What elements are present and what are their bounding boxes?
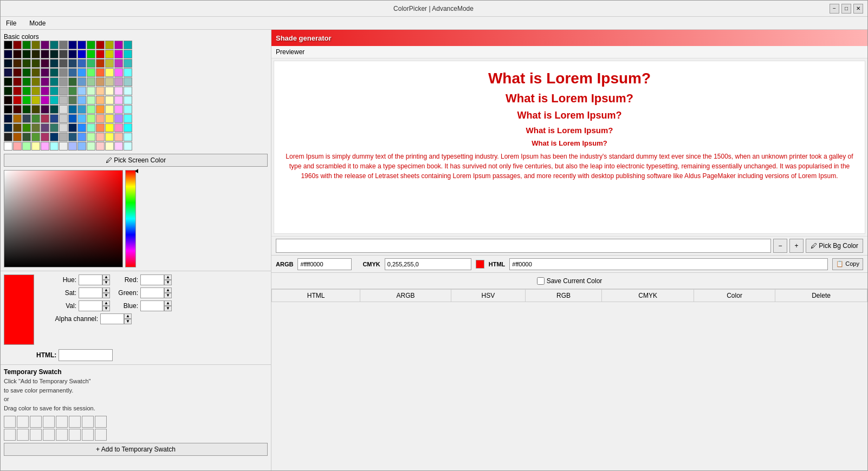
color-swatch-50[interactable]	[77, 68, 86, 77]
color-swatch-18[interactable]	[41, 50, 49, 58]
color-swatch-113[interactable]	[13, 114, 22, 123]
red-up[interactable]: ▲	[164, 274, 172, 280]
swatch-cell-11[interactable]	[30, 429, 42, 441]
color-swatch-162[interactable]	[77, 142, 86, 151]
color-swatch-165[interactable]	[105, 142, 114, 151]
color-swatch-160[interactable]	[59, 142, 68, 151]
blue-input[interactable]: 0	[140, 300, 164, 311]
color-swatch-24[interactable]	[96, 50, 105, 58]
color-swatch-118[interactable]	[59, 114, 68, 123]
swatch-cell-14[interactable]	[69, 429, 81, 441]
color-swatch-40[interactable]	[114, 59, 123, 68]
color-swatch-105[interactable]	[68, 105, 77, 114]
color-swatch-45[interactable]	[31, 68, 40, 77]
color-swatch-16[interactable]	[22, 50, 31, 58]
color-swatch-60[interactable]	[41, 77, 49, 86]
color-swatch-12[interactable]	[114, 41, 123, 49]
color-swatch-107[interactable]	[87, 105, 95, 114]
green-input[interactable]: 0	[140, 287, 164, 298]
alpha-input[interactable]: 255	[100, 313, 124, 324]
red-down[interactable]: ▼	[164, 280, 172, 285]
color-swatch-22[interactable]	[77, 50, 86, 58]
color-swatch-73[interactable]	[31, 87, 40, 95]
color-swatch-48[interactable]	[59, 68, 68, 77]
color-swatch-54[interactable]	[114, 68, 123, 77]
save-color-label[interactable]: Save Current Color	[537, 277, 603, 285]
color-swatch-64[interactable]	[77, 77, 86, 86]
color-swatch-115[interactable]	[31, 114, 40, 123]
color-swatch-164[interactable]	[96, 142, 105, 151]
color-swatch-97[interactable]	[124, 96, 132, 104]
color-swatch-159[interactable]	[50, 142, 59, 151]
bg-color-input[interactable]: #ffffff	[276, 239, 771, 253]
color-swatch-33[interactable]	[50, 59, 59, 68]
blue-spinbox[interactable]: 0 ▲ ▼	[140, 300, 172, 311]
color-swatch-92[interactable]	[77, 96, 86, 104]
maximize-button[interactable]: □	[841, 4, 851, 14]
color-swatch-75[interactable]	[50, 87, 59, 95]
color-swatch-27[interactable]	[124, 50, 132, 58]
minimize-button[interactable]: −	[830, 4, 839, 14]
menu-mode[interactable]: Mode	[26, 18, 49, 28]
color-swatch-144[interactable]	[41, 133, 49, 141]
color-swatch-154[interactable]	[4, 142, 12, 151]
color-swatch-140[interactable]	[4, 133, 12, 141]
swatch-cell-3[interactable]	[30, 416, 42, 428]
color-swatch-124[interactable]	[114, 114, 123, 123]
blue-down[interactable]: ▼	[164, 306, 172, 311]
color-swatch-150[interactable]	[96, 133, 105, 141]
plus-button[interactable]: +	[789, 239, 804, 253]
color-swatch-101[interactable]	[31, 105, 40, 114]
color-swatch-17[interactable]	[31, 50, 40, 58]
color-swatch-85[interactable]	[13, 96, 22, 104]
color-swatch-138[interactable]	[114, 123, 123, 132]
pick-screen-button[interactable]: 🖊 Pick Screen Color	[4, 154, 268, 167]
html-input[interactable]: #ff0000	[59, 349, 113, 361]
swatch-cell-8[interactable]	[95, 416, 107, 428]
color-swatch-68[interactable]	[114, 77, 123, 86]
color-swatch-59[interactable]	[31, 77, 40, 86]
color-swatch-25[interactable]	[105, 50, 114, 58]
color-swatch-0[interactable]	[4, 41, 12, 49]
color-swatch-31[interactable]	[31, 59, 40, 68]
color-swatch-70[interactable]	[4, 87, 12, 95]
color-swatch-111[interactable]	[124, 105, 132, 114]
color-swatch-139[interactable]	[124, 123, 132, 132]
color-swatch-87[interactable]	[31, 96, 40, 104]
green-up[interactable]: ▲	[164, 287, 172, 293]
color-swatch-49[interactable]	[68, 68, 77, 77]
color-swatch-149[interactable]	[87, 133, 95, 141]
color-swatch-126[interactable]	[4, 123, 12, 132]
color-swatch-46[interactable]	[41, 68, 49, 77]
swatch-cell-4[interactable]	[43, 416, 55, 428]
swatch-cell-6[interactable]	[69, 416, 81, 428]
red-input[interactable]: 255	[140, 274, 164, 285]
color-swatch-163[interactable]	[87, 142, 95, 151]
color-swatch-37[interactable]	[87, 59, 95, 68]
color-swatch-119[interactable]	[68, 114, 77, 123]
sat-spinbox[interactable]: 255 ▲ ▼	[79, 287, 110, 298]
sat-up[interactable]: ▲	[102, 287, 110, 293]
color-swatch-32[interactable]	[41, 59, 49, 68]
color-swatch-157[interactable]	[31, 142, 40, 151]
color-swatch-132[interactable]	[59, 123, 68, 132]
color-swatch-66[interactable]	[96, 77, 105, 86]
color-swatch-23[interactable]	[87, 50, 95, 58]
sat-down[interactable]: ▼	[102, 293, 110, 298]
green-down[interactable]: ▼	[164, 293, 172, 298]
color-swatch-1[interactable]	[13, 41, 22, 49]
color-swatch-26[interactable]	[114, 50, 123, 58]
add-to-swatch-button[interactable]: + Add to Temporary Swatch	[4, 443, 268, 456]
color-swatch-95[interactable]	[105, 96, 114, 104]
copy-button[interactable]: 📋 Copy	[832, 258, 863, 270]
color-swatch-156[interactable]	[22, 142, 31, 151]
alpha-spinbox[interactable]: 255 ▲ ▼	[100, 313, 132, 324]
color-swatch-10[interactable]	[96, 41, 105, 49]
color-swatch-84[interactable]	[4, 96, 12, 104]
color-swatch-3[interactable]	[31, 41, 40, 49]
swatch-cell-12[interactable]	[43, 429, 55, 441]
color-swatch-108[interactable]	[96, 105, 105, 114]
color-swatch-77[interactable]	[68, 87, 77, 95]
color-swatch-102[interactable]	[41, 105, 49, 114]
sat-input[interactable]: 255	[79, 287, 102, 298]
